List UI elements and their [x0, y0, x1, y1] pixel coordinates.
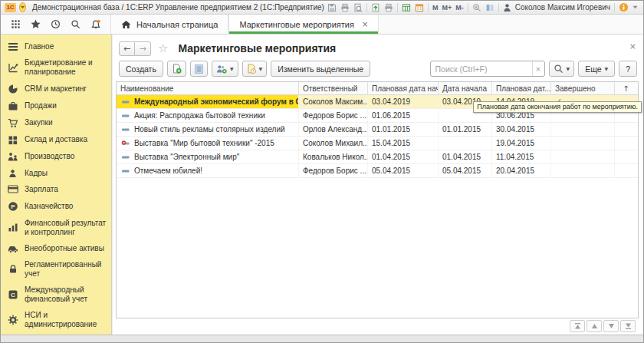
more-button[interactable]: Еще▼: [578, 61, 615, 77]
print-icon[interactable]: [340, 3, 350, 12]
calc-m-button[interactable]: M: [432, 4, 439, 12]
sidebar-item-5[interactable]: Склад и доставка: [1, 131, 111, 148]
back-button[interactable]: ←: [119, 41, 135, 56]
search-input[interactable]: [431, 64, 532, 74]
tab-close-icon[interactable]: ×: [362, 20, 368, 28]
list-nav: [570, 320, 636, 332]
search-clear-button[interactable]: ×: [532, 61, 544, 76]
divider: [366, 3, 367, 12]
budget-icon: [7, 62, 18, 73]
help-button[interactable]: ?: [619, 61, 637, 77]
calculator-icon[interactable]: [402, 3, 411, 12]
create-copy-button[interactable]: [167, 61, 186, 77]
search-button[interactable]: ▼: [549, 61, 575, 77]
sidebar-item-0[interactable]: Главное: [1, 38, 111, 54]
list-go-bottom-button[interactable]: [620, 320, 636, 332]
create-button[interactable]: Создать: [119, 61, 163, 77]
tabs-bar: Начальная страница Маркетинговые меропри…: [1, 15, 643, 35]
completed-cell: [551, 137, 615, 150]
history-icon[interactable]: [46, 16, 65, 32]
info-caret-icon[interactable]: [632, 5, 638, 9]
sidebar-item-label: Внеоборотные активы: [25, 244, 108, 253]
responsible-cell: Соколов Михаил...: [299, 137, 368, 150]
cart-icon: [7, 118, 18, 128]
split-view-icon[interactable]: [485, 3, 495, 12]
divider: [397, 3, 398, 12]
sidebar-item-8[interactable]: Зарплата: [1, 181, 111, 197]
form-close-button[interactable]: ×: [629, 41, 636, 51]
sidebar-item-14[interactable]: НСИ и администрирование: [1, 307, 111, 332]
notifications-icon[interactable]: [86, 16, 105, 32]
column-header-3[interactable]: Дата начала: [439, 82, 492, 94]
all-functions-menu-icon[interactable]: [6, 16, 25, 32]
sidebar-item-11[interactable]: Внеоборотные активы: [1, 240, 111, 256]
app-logo-icon: 1С: [5, 3, 16, 12]
column-header-1[interactable]: Ответственный: [299, 82, 368, 94]
plan-start-cell: 05.04.2015: [368, 164, 439, 177]
tab-home[interactable]: Начальная страница: [110, 15, 228, 34]
plan-end-cell: 11.04.2015: [492, 150, 551, 163]
main-menu-button[interactable]: [19, 2, 26, 12]
info-icon[interactable]: [619, 2, 629, 12]
print-preview-icon[interactable]: [353, 3, 363, 12]
plan-start-cell: 01.04.2015: [368, 150, 439, 163]
sidebar-item-label: НСИ и администрирование: [25, 311, 108, 329]
favorite-star-icon[interactable]: ☆: [158, 41, 168, 55]
plan-start-cell: 15.04.2015: [368, 137, 439, 150]
sidebar-item-7[interactable]: Кадры: [1, 165, 111, 181]
sidebar-item-1[interactable]: Бюджетирование и планирование: [1, 54, 111, 80]
sidebar-item-12[interactable]: Регламентированный учет: [1, 256, 111, 282]
sidebar-item-2[interactable]: CRM и маркетинг: [1, 80, 111, 97]
pie-icon: [7, 84, 18, 94]
window-bottom-frame: [1, 335, 643, 342]
list-down-button[interactable]: [603, 320, 619, 332]
sidebar-item-4[interactable]: Закупки: [1, 114, 111, 131]
sort-indicator[interactable]: ↑: [615, 82, 637, 94]
row-filler: [615, 164, 638, 177]
print-settings-icon[interactable]: [384, 3, 393, 12]
barchart-icon: [7, 223, 18, 233]
calc-m-plus-button[interactable]: M+: [442, 4, 452, 12]
sidebar-item-9[interactable]: РКазначейство: [1, 197, 111, 215]
column-header-0[interactable]: Наименование: [117, 82, 299, 94]
list-up-button[interactable]: [586, 320, 602, 332]
column-header-2[interactable]: Плановая дата начала: [368, 82, 439, 94]
sidebar-item-10[interactable]: Финансовый результат и контроллинг: [1, 215, 111, 240]
sidebar-item-label: Закупки: [25, 118, 108, 127]
zoom-icon[interactable]: [472, 3, 481, 12]
table-row-3[interactable]: Выставка "Мир бытовой техники" -2015Соко…: [117, 137, 638, 150]
sidebar-item-13[interactable]: СМеждународный финансовый учет: [1, 282, 111, 307]
tab-marketing-events[interactable]: Маркетинговые мероприятия ×: [228, 15, 379, 34]
assign-responsible-icon: [216, 64, 227, 74]
forward-button[interactable]: →: [135, 41, 151, 56]
event-item-icon: [121, 154, 130, 160]
table-row-2[interactable]: Новый стиль рекламы столярных изделийОрл…: [117, 123, 638, 137]
edit-selected-button[interactable]: Изменить выделенные: [271, 61, 370, 77]
create-based-on-button[interactable]: ▼: [242, 61, 268, 77]
tooltip: Плановая дата окончания работ по меропри…: [473, 101, 642, 113]
list-settings-button[interactable]: [190, 61, 208, 77]
app-window: 1С Демонстрационная база / 1С:ERP Управл…: [0, 0, 644, 343]
global-search-icon[interactable]: [66, 16, 85, 32]
sidebar-item-3[interactable]: Продажи: [1, 97, 111, 114]
calendar-icon[interactable]: [415, 3, 424, 12]
event-name-cell: Новый стиль рекламы столярных изделий: [117, 123, 299, 136]
treasury-icon: Р: [7, 201, 18, 212]
start-cell: 01.04.2015: [439, 150, 492, 163]
export-icon[interactable]: [371, 3, 380, 12]
column-header-5[interactable]: Завершено: [551, 82, 615, 94]
sidebar-item-label: Зарплата: [25, 185, 108, 194]
save-icon[interactable]: [327, 3, 337, 12]
divider: [468, 3, 468, 12]
sidebar-item-6[interactable]: Производство: [1, 148, 111, 165]
event-name-cell: Выставка "Электронный мир": [117, 150, 299, 163]
calc-m-minus-button[interactable]: M-: [455, 4, 464, 12]
assign-responsible-button[interactable]: ▼: [212, 61, 238, 77]
table-row-5[interactable]: Отмечаем юбилей!Федоров Борис ...05.04.2…: [117, 164, 638, 178]
favorites-icon[interactable]: [26, 16, 45, 32]
table-row-4[interactable]: Выставка "Электронный мир"Ковальков Нико…: [117, 150, 638, 164]
chevron-down-icon: ▼: [230, 66, 234, 71]
user-name[interactable]: Соколов Максим Игоревич: [515, 3, 610, 12]
list-go-top-button[interactable]: [570, 320, 585, 332]
column-header-4[interactable]: Плановая дат...: [492, 82, 551, 94]
